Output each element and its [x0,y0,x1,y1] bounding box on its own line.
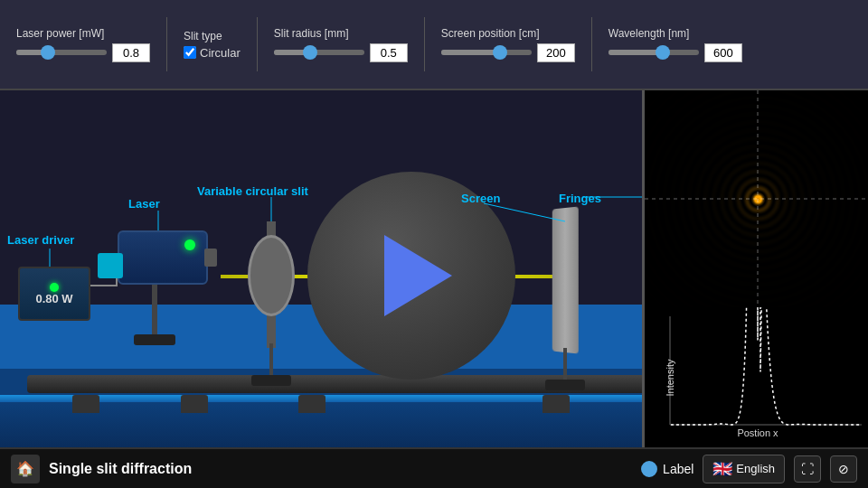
home-icon: 🏠 [16,460,34,477]
laser-power-slider[interactable] [16,50,107,55]
laser-power-group: Laser power [mW] 0.8 [9,27,157,62]
laser-base [134,334,175,345]
laser-stand [152,285,157,339]
slit-radius-group: Slit radius [mm] 0.5 [267,27,415,62]
screen-base [545,380,585,390]
laser-power-value[interactable]: 0.8 [112,43,150,62]
slit-disc [248,235,295,316]
slit-radius-slider[interactable] [274,50,364,55]
bench-foot-mid2 [298,395,326,413]
slit-type-checkbox-label: Circular [200,46,241,60]
fringes-label: Fringes [559,192,601,205]
slit-radius-row: 0.5 [274,43,408,62]
label-button-text: Label [663,462,693,476]
bottom-bar: 🏠 Single slit diffraction Label 🇬🇧 Engli… [0,447,868,488]
play-triangle-icon [384,235,452,316]
laser-indicator [184,239,195,250]
intensity-axis-label: Intensity [665,359,675,396]
top-controls: Laser power [mW] 0.8 Slit type Circular … [0,0,868,90]
language-text: English [736,462,775,475]
laser-driver-box: 0.80 W [18,267,90,321]
language-button[interactable]: 🇬🇧 English [703,455,785,483]
wavelength-row: 600 [609,43,742,62]
slit-base [251,375,291,386]
slit-type-group: Slit type Circular [176,30,248,60]
bench-foot-right [542,395,570,413]
main-diagram-area: 0.80 W Intensity Postion x [0,90,868,447]
laser-driver-value: 0.80 W [35,292,72,305]
wire-horizontal [90,285,118,286]
settings-icon: ⊘ [838,462,849,476]
intensity-canvas [645,307,868,447]
fullscreen-button[interactable]: ⛶ [794,455,821,483]
slit-radius-value[interactable]: 0.5 [370,43,408,62]
laser-front [204,249,217,267]
slit-radius-label: Slit radius [mm] [274,27,349,40]
label-toggle-button[interactable]: Label [641,461,693,477]
fringe-canvas [645,90,868,307]
screen-position-label: Screen position [cm] [441,27,540,40]
laser-driver-indicator [50,283,59,292]
bench-foot-left [72,395,99,413]
app-title: Single slit diffraction [49,461,632,477]
screen-position-row: 200 [441,43,575,62]
laser-power-label: Laser power [mW] [16,27,104,40]
laser-power-row: 0.8 [16,43,150,62]
fringe-top [645,90,868,307]
position-axis-label: Postion x [737,427,778,438]
settings-button[interactable]: ⊘ [830,455,857,483]
slit-type-label: Slit type [184,30,222,42]
wavelength-slider[interactable] [609,50,699,55]
slit-type-checkbox[interactable] [184,46,196,59]
screen-surface [552,206,579,353]
fullscreen-icon: ⛶ [801,462,814,476]
slit-stand [269,343,273,380]
screen-label: Screen [461,192,500,205]
fringe-display: Intensity Postion x [642,90,868,447]
bench-foot-mid1 [181,395,208,413]
screen-position-slider[interactable] [441,50,532,55]
intensity-graph: Intensity Postion x [645,307,868,447]
screen-stand [563,348,567,384]
wavelength-value[interactable]: 600 [704,43,742,62]
slit-type-checkbox-row: Circular [184,46,241,60]
flag-icon: 🇬🇧 [712,459,732,479]
laser-body [118,230,208,285]
wavelength-group: Wavelength [nm] 600 [601,27,750,62]
screen-position-value[interactable]: 200 [537,43,575,62]
home-button[interactable]: 🏠 [11,455,40,483]
laser-emitter [98,253,123,278]
wavelength-label: Wavelength [nm] [609,27,690,40]
label-indicator [641,461,657,477]
screen-position-group: Screen position [cm] 200 [434,27,582,62]
variable-slit-label: Variable circular slit [197,184,308,198]
laser-driver-diagram-label: Laser driver [7,233,74,247]
laser-label: Laser [128,197,160,211]
